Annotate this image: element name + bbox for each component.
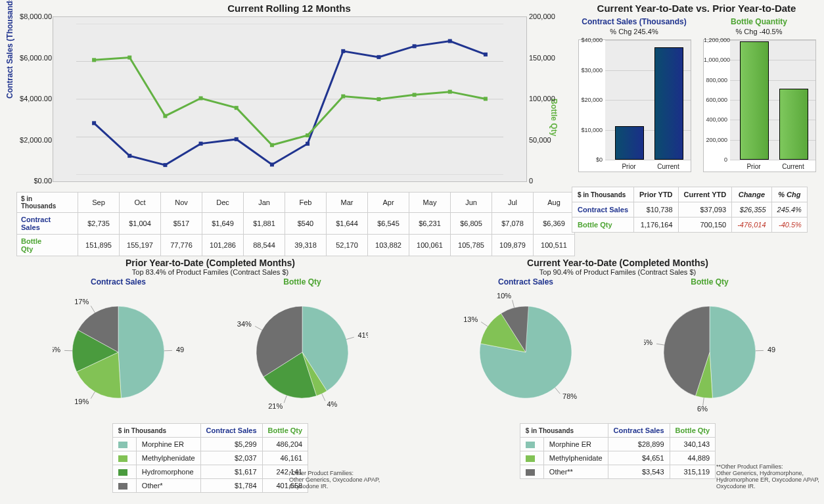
current-pie-bq-title: Bottle Qty: [624, 277, 795, 286]
svg-line-55: [656, 344, 664, 345]
svg-line-39: [322, 394, 325, 401]
svg-rect-19: [163, 114, 167, 118]
current-ytd-heading: Current Year-to-Date (Completed Months): [421, 258, 815, 268]
svg-text:17%: 17%: [74, 298, 89, 306]
ytd-bq-pctchg: % Chg -40.5%: [703, 28, 815, 35]
svg-text:45%: 45%: [644, 338, 652, 346]
svg-rect-25: [377, 97, 380, 101]
svg-rect-6: [127, 154, 131, 158]
svg-rect-9: [235, 137, 239, 141]
svg-text:49%: 49%: [176, 346, 184, 354]
svg-text:19%: 19%: [74, 398, 89, 405]
svg-text:34%: 34%: [237, 320, 252, 328]
current-pie-bq: 49%6%45%: [644, 286, 775, 418]
svg-text:4%: 4%: [327, 400, 337, 408]
svg-line-47: [481, 322, 488, 327]
svg-rect-28: [484, 97, 488, 101]
current-ytd-zone: Current Year-to-Date (Completed Months) …: [421, 258, 815, 479]
rolling12-title: Current Rolling 12 Months: [53, 3, 526, 14]
prior-pie-bq: 41%4%21%34%: [237, 286, 368, 418]
svg-rect-16: [484, 53, 488, 57]
svg-text:15%: 15%: [53, 346, 60, 354]
current-footnote: **Other Product Families:Other Generics,…: [716, 464, 821, 490]
svg-text:41%: 41%: [358, 331, 368, 339]
svg-rect-5: [92, 121, 96, 125]
svg-line-45: [555, 388, 561, 394]
svg-rect-11: [306, 142, 309, 146]
svg-text:10%: 10%: [497, 292, 511, 300]
svg-rect-8: [199, 142, 203, 146]
svg-line-35: [91, 306, 95, 312]
y-axis-left-label: Contract Sales (Thousands): [5, 0, 14, 99]
prior-pie-cs: 49%19%15%17%: [53, 286, 184, 418]
ytd-bars-zone: Current Year-to-Date vs. Prior Year-to-D…: [578, 3, 815, 14]
prior-ytd-zone: Prior Year-to-Date (Completed Months) To…: [13, 258, 407, 493]
svg-text:6%: 6%: [697, 405, 708, 413]
ytd-compare-table: $ in Thousands Prior YTDCurrent YTD Chan…: [572, 187, 808, 233]
prior-ytd-heading: Prior Year-to-Date (Completed Months): [13, 258, 407, 268]
svg-rect-12: [341, 49, 345, 53]
svg-rect-20: [199, 97, 203, 101]
svg-rect-10: [270, 162, 274, 166]
ytd-cs-subtitle: Contract Sales (Thousands): [578, 17, 690, 26]
svg-rect-27: [448, 90, 452, 94]
svg-rect-14: [413, 44, 417, 48]
svg-line-41: [284, 396, 286, 403]
svg-rect-22: [270, 143, 274, 147]
ytd-cs-pctchg: % Chg 245.4%: [578, 28, 690, 35]
svg-line-31: [91, 392, 95, 398]
current-product-table: $ in Thousands Contract SalesBottle Qty …: [520, 423, 716, 479]
svg-rect-15: [448, 39, 452, 43]
ytd-bq-bar-chart: 0200,000400,000600,000800,0001,000,0001,…: [703, 39, 816, 172]
svg-rect-24: [341, 95, 345, 99]
prior-product-table: $ in Thousands Contract SalesBottle Qty …: [112, 423, 308, 493]
svg-rect-23: [306, 133, 309, 137]
svg-rect-18: [127, 56, 131, 60]
svg-rect-17: [92, 58, 96, 62]
dashboard-page: Current Rolling 12 Months Contract Sales…: [0, 0, 824, 504]
current-pie-cs: 78%13%10%: [460, 286, 591, 418]
svg-line-37: [346, 337, 354, 339]
svg-line-49: [513, 300, 515, 308]
svg-text:21%: 21%: [268, 402, 283, 410]
svg-text:49%: 49%: [767, 346, 775, 354]
prior-pie-cs-title: Contract Sales: [33, 277, 204, 286]
svg-rect-13: [377, 55, 380, 59]
rolling12-chart: [53, 16, 527, 182]
current-pie-cs-title: Contract Sales: [440, 277, 611, 286]
svg-line-43: [255, 326, 262, 330]
prior-pie-bq-title: Bottle Qty: [217, 277, 388, 286]
ytd-cs-bar-chart: $0$10,000$20,000$30,000$40,000PriorCurre…: [578, 39, 691, 172]
svg-text:78%: 78%: [562, 392, 577, 400]
current-ytd-sub: Top 90.4% of Product Familes (Contract S…: [421, 268, 815, 276]
y-ticks-right: 050,000100,000150,000200,000: [529, 16, 562, 181]
prior-footnote: *Other Product Families:Other Generics, …: [289, 470, 401, 490]
svg-rect-7: [163, 163, 167, 167]
svg-rect-21: [235, 106, 239, 110]
prior-ytd-sub: Top 83.4% of Product Familes (Contract S…: [13, 268, 407, 276]
y-ticks-left: $0.00$2,000.00$4,000.00$6,000.00$8,000.0…: [16, 16, 52, 181]
rolling12-table: $ in ThousandsSepOctNovDecJanFebMarAprMa…: [16, 192, 575, 256]
ytd-bq-subtitle: Bottle Quantity: [703, 17, 815, 26]
svg-rect-26: [413, 93, 417, 97]
ytd-title: Current Year-to-Date vs. Prior Year-to-D…: [578, 3, 815, 14]
svg-text:13%: 13%: [463, 315, 478, 323]
